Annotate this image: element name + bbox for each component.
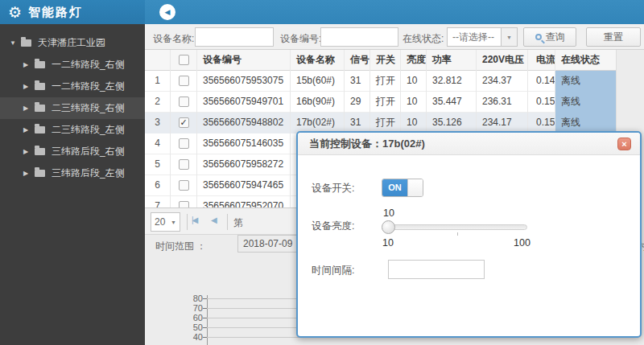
data-cell: 236.31 <box>477 92 528 113</box>
row-checkbox-cell: ✓ <box>171 113 197 133</box>
data-cell: 29 <box>345 92 370 113</box>
row-checkbox-cell <box>171 71 197 92</box>
table-header-row: 设备编号设备名称信号开关亮度功率220V电压电流在线状态 <box>145 50 616 71</box>
sidebar: ▼ 天津潘庄工业园 ▶一二纬路段_右侧▶一二纬路段_左侧▶二三纬路段_右侧▶二三… <box>0 24 145 345</box>
data-cell: 0.15 <box>528 92 555 113</box>
device-switch-toggle[interactable]: ON <box>382 179 423 197</box>
modal-title: 当前控制设备：17b(02#) <box>309 138 425 150</box>
row-checkbox-cell <box>171 133 197 154</box>
row-checkbox-checked[interactable]: ✓ <box>179 117 189 128</box>
toggle-on-label: ON <box>382 179 407 196</box>
data-cell: 356566075953075 <box>197 71 291 92</box>
caret-right-icon: ▶ <box>23 148 35 155</box>
modal-header: 当前控制设备：17b(02#) <box>298 133 640 155</box>
folder-icon <box>21 39 31 47</box>
status-cell: 离线 <box>555 92 617 113</box>
interval-label: 时间间隔: <box>312 264 354 277</box>
row-checkbox[interactable] <box>179 138 189 149</box>
row-index: 2 <box>145 92 171 113</box>
tree-item-label: 三纬路后段_左侧 <box>52 166 125 180</box>
prev-page-button[interactable]: ◀ <box>211 216 216 224</box>
collapse-sidebar-button[interactable]: ◀ <box>159 4 175 20</box>
data-cell: 35.447 <box>427 92 477 113</box>
column-header: 开关 <box>370 50 401 71</box>
tree-item-label: 一二纬路段_左侧 <box>52 80 125 93</box>
sidebar-tree-item[interactable]: ▶二三纬路段_右侧 <box>0 97 145 119</box>
brightness-max-label: 100 <box>514 237 530 248</box>
device-control-modal: 当前控制设备：17b(02#) × 设备开关: ON 设备亮度: 10 10 1… <box>296 131 642 338</box>
caret-right-icon: ▶ <box>23 105 35 112</box>
row-checkbox[interactable] <box>179 76 189 86</box>
slider-tick <box>457 232 458 236</box>
online-status-label: 在线状态: <box>402 32 444 46</box>
sidebar-tree-item[interactable]: ▶三纬路后段_右侧 <box>0 141 145 162</box>
row-index: 6 <box>145 175 171 196</box>
folder-icon <box>35 148 45 155</box>
row-checkbox-cell <box>171 92 197 113</box>
sidebar-tree-item[interactable]: ▶二三纬路段_左侧 <box>0 119 145 141</box>
tree-item-label: 二三纬路段_右侧 <box>52 101 125 115</box>
data-cell: 356566075949701 <box>197 92 291 113</box>
folder-icon <box>35 83 45 90</box>
tree-item-label: 一二纬路段_右侧 <box>52 58 125 72</box>
chevron-down-icon: ▼ <box>171 220 176 225</box>
data-cell: 356566075947465 <box>197 175 291 196</box>
data-cell: 356566075948802 <box>197 113 291 133</box>
online-status-select[interactable]: --请选择-- ▼ <box>447 27 518 47</box>
toggle-knob <box>407 179 423 196</box>
y-tick-label: 50 <box>189 322 203 332</box>
brightness-slider-track[interactable] <box>382 224 527 230</box>
device-name-input[interactable] <box>195 27 274 47</box>
column-header: 220V电压 <box>477 50 528 71</box>
tree-root-label: 天津潘庄工业园 <box>38 36 105 50</box>
page-prefix-label: 第 <box>233 216 243 230</box>
folder-icon <box>35 61 45 68</box>
data-cell: 31 <box>345 71 370 92</box>
data-cell: 打开 <box>370 92 401 113</box>
reset-button[interactable]: 重置 <box>586 27 641 47</box>
row-checkbox-cell <box>171 196 197 207</box>
sidebar-tree-item[interactable]: ▶三纬路后段_左侧 <box>0 162 145 184</box>
data-cell: 10 <box>401 92 427 113</box>
data-cell: 356566075958272 <box>197 154 291 175</box>
row-index: 4 <box>145 133 171 154</box>
filter-bar: 设备名称: 设备编号: 在线状态: --请选择-- ▼ 查询 重置 <box>145 24 644 50</box>
chevron-down-icon: ▼ <box>501 28 517 46</box>
row-checkbox[interactable] <box>179 97 189 107</box>
query-button-label: 查询 <box>546 31 565 44</box>
first-page-button[interactable]: |◀ <box>192 216 196 224</box>
caret-right-icon: ▶ <box>23 61 35 68</box>
row-checkbox[interactable] <box>179 180 189 191</box>
modal-close-button[interactable]: × <box>617 138 631 150</box>
sidebar-tree-item[interactable]: ▶一二纬路段_右侧 <box>0 54 145 76</box>
tree-root-item[interactable]: ▼ 天津潘庄工业园 <box>0 32 145 54</box>
page-size-select[interactable]: 20 ▼ <box>151 212 180 232</box>
row-checkbox[interactable] <box>179 201 189 207</box>
row-checkbox[interactable] <box>179 159 189 170</box>
device-no-input[interactable] <box>320 27 398 47</box>
folder-icon <box>35 170 45 177</box>
time-range-label: 时间范围 ： <box>155 240 206 253</box>
table-row[interactable]: 235656607594970116b(90#)29打开1035.447236.… <box>145 92 616 113</box>
row-checkbox-cell <box>171 175 197 196</box>
column-header: 在线状态 <box>555 50 617 71</box>
brightness-slider-handle[interactable] <box>382 220 395 234</box>
row-index: 1 <box>145 71 171 92</box>
table-row[interactable]: 135656607595307515b(60#)31打开1032.812234.… <box>145 71 616 92</box>
column-header: 亮度 <box>401 50 427 71</box>
header-checkbox-cell <box>171 50 197 71</box>
interval-input[interactable] <box>388 260 485 279</box>
data-cell: 32.812 <box>427 71 477 92</box>
page-size-value: 20 <box>155 216 165 228</box>
caret-down-icon: ▼ <box>10 39 21 47</box>
device-no-label: 设备编号: <box>280 32 321 46</box>
query-button[interactable]: 查询 <box>523 27 576 47</box>
sidebar-tree-item[interactable]: ▶一二纬路段_左侧 <box>0 76 145 97</box>
brightness-label: 设备亮度: <box>312 220 354 233</box>
row-index: 7 <box>145 196 171 207</box>
row-checkbox[interactable] <box>179 55 189 65</box>
folder-icon <box>35 105 45 112</box>
data-cell: 0.14 <box>528 71 555 92</box>
sidebar-tree: ▶一二纬路段_右侧▶一二纬路段_左侧▶二三纬路段_右侧▶二三纬路段_左侧▶三纬路… <box>0 54 145 184</box>
topbar: ◀ <box>145 0 644 24</box>
